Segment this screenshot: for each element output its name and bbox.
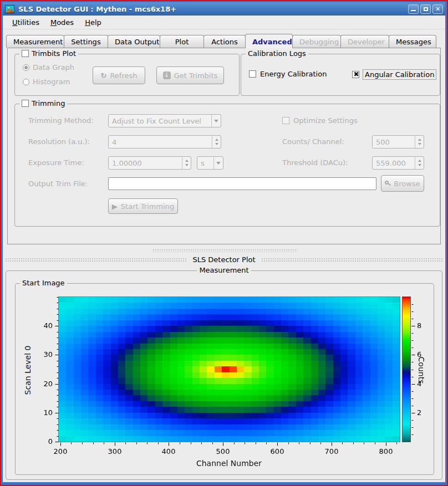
trimming-title: Trimming: [32, 99, 65, 108]
optimize-settings-label: Optimize Settings: [293, 116, 358, 125]
tab-actions[interactable]: Actions: [203, 35, 246, 48]
x-axis-label: Channel Number: [16, 459, 442, 468]
tab-messages[interactable]: Messages: [389, 35, 436, 48]
checkbox-cross-icon: ✖: [353, 70, 360, 78]
tab-data-output[interactable]: Data Output: [108, 35, 160, 48]
histogram-label: Histogram: [33, 78, 70, 86]
measurement-title: Measurement: [199, 266, 248, 274]
threshold-label: Threshold (DACu):: [282, 158, 348, 167]
browse-button[interactable]: Browse: [381, 175, 424, 192]
window-content: Utilities Modes Help Measurement Setting…: [3, 16, 445, 482]
menu-help[interactable]: Help: [80, 17, 106, 28]
maximize-icon: [424, 7, 428, 11]
download-icon: ↓: [163, 71, 171, 79]
chevron-down-icon: [214, 120, 218, 122]
calibration-logs-title: Calibration Logs: [248, 49, 306, 58]
tab-bar: Measurement Settings Data Output Plot Ac…: [3, 29, 445, 48]
optimize-settings-checkbox[interactable]: [282, 117, 289, 124]
angular-calibration-checkbox[interactable]: ✖: [352, 71, 359, 78]
histogram-radio[interactable]: [23, 79, 29, 85]
menu-modes[interactable]: Modes: [45, 17, 79, 28]
start-trimming-button[interactable]: ▶ Start Trimming: [108, 198, 178, 214]
refresh-button[interactable]: ↻ Refresh: [93, 66, 145, 84]
tab-debugging[interactable]: Debugging: [292, 35, 341, 48]
menu-utilities[interactable]: Utilities: [7, 17, 44, 28]
menubar: Utilities Modes Help: [3, 16, 445, 29]
app-mountain-icon: [5, 5, 14, 13]
heatmap-plot-canvas[interactable]: [32, 294, 426, 460]
minimize-button[interactable]: [408, 4, 419, 14]
counts-channel-spinbox[interactable]: 500: [372, 135, 424, 149]
window-title: SLS Detector GUI : Mythen - mcs6x18+: [18, 5, 176, 13]
data-graph-radio[interactable]: [23, 64, 29, 71]
chevron-down-icon: [216, 162, 221, 165]
dock-area: SLS Detector Plot: [3, 244, 445, 268]
tab-plot[interactable]: Plot: [160, 35, 204, 48]
trimbits-plot-group: Trimbits Plot Data Graph Histogram ↻ Ref…: [14, 54, 240, 96]
close-icon: ✕: [433, 6, 442, 13]
start-image-group: Start Image Scan Level 0 Counts Channel …: [15, 283, 434, 475]
spin-down-icon[interactable]: [215, 143, 218, 145]
spin-up-icon[interactable]: [418, 160, 421, 162]
get-trimbits-button[interactable]: ↓ Get Trimbits: [156, 66, 224, 84]
tab-measurement[interactable]: Measurement: [6, 35, 64, 48]
output-trim-file-input[interactable]: [108, 177, 376, 190]
tab-advanced[interactable]: Advanced: [245, 34, 293, 48]
titlebar[interactable]: SLS Detector GUI : Mythen - mcs6x18+ ✕: [3, 2, 445, 16]
dock-texture-left: [5, 257, 187, 263]
trimbits-plot-title: Trimbits Plot: [32, 49, 76, 58]
trimming-group: Trimming Trimming Method: Adjust to Fix …: [14, 104, 440, 227]
energy-calibration-checkbox[interactable]: [249, 70, 256, 78]
minimize-icon: [411, 10, 416, 11]
exposure-time-spinbox[interactable]: 1.00000: [108, 156, 191, 170]
trimming-checkbox[interactable]: [22, 100, 29, 107]
calibration-logs-group: Calibration Logs Energy Calibration ✖ An…: [241, 54, 440, 96]
counts-channel-label: Counts/ Channel:: [282, 137, 344, 146]
resolution-label: Resolution (a.u.):: [28, 137, 90, 146]
trimming-method-combo[interactable]: Adjust to Fix Count Level: [108, 114, 221, 127]
plot-dock-titlebar[interactable]: SLS Detector Plot: [5, 255, 443, 264]
screenshot-frame: SLS Detector GUI : Mythen - mcs6x18+ ✕ U…: [0, 0, 448, 486]
tab-settings[interactable]: Settings: [64, 35, 108, 48]
spin-up-icon[interactable]: [418, 139, 421, 141]
magnifier-icon: [385, 181, 390, 186]
close-button[interactable]: ✕: [432, 4, 443, 14]
splitter-handle[interactable]: [152, 248, 298, 252]
output-trim-file-label: Output Trim File:: [28, 180, 88, 188]
maximize-button[interactable]: [420, 4, 431, 14]
resolution-spinbox[interactable]: 4: [108, 135, 221, 149]
trimbits-plot-checkbox[interactable]: [22, 50, 29, 57]
spin-down-icon[interactable]: [185, 164, 189, 166]
measurement-group: Measurement Start Image Scan Level 0 Cou…: [6, 270, 442, 480]
advanced-tab-panel: Trimbits Plot Data Graph Histogram ↻ Ref…: [7, 48, 441, 244]
play-icon: ▶: [112, 202, 118, 211]
spin-down-icon[interactable]: [418, 143, 421, 145]
refresh-icon: ↻: [101, 71, 107, 80]
trimming-method-label: Trimming Method:: [28, 116, 94, 125]
dock-texture-right: [261, 257, 443, 263]
application-window: SLS Detector GUI : Mythen - mcs6x18+ ✕ U…: [3, 2, 445, 482]
spin-up-icon[interactable]: [215, 139, 218, 141]
spin-down-icon[interactable]: [418, 164, 421, 166]
angular-calibration-label: Angular Calibration: [363, 70, 436, 79]
data-graph-label: Data Graph: [33, 63, 74, 71]
colorbar-label: Counts: [417, 352, 426, 388]
exposure-unit-combo[interactable]: s: [197, 156, 223, 170]
start-image-title: Start Image: [22, 279, 65, 287]
plot-dock-title: SLS Detector Plot: [192, 255, 255, 264]
y-axis-label: Scan Level 0: [23, 334, 32, 406]
tab-developer[interactable]: Developer: [340, 35, 389, 48]
spin-up-icon[interactable]: [185, 160, 189, 162]
threshold-spinbox[interactable]: 559.000: [372, 156, 424, 170]
energy-calibration-label: Energy Calibration: [260, 70, 327, 78]
exposure-time-label: Exposure Time:: [28, 158, 84, 167]
